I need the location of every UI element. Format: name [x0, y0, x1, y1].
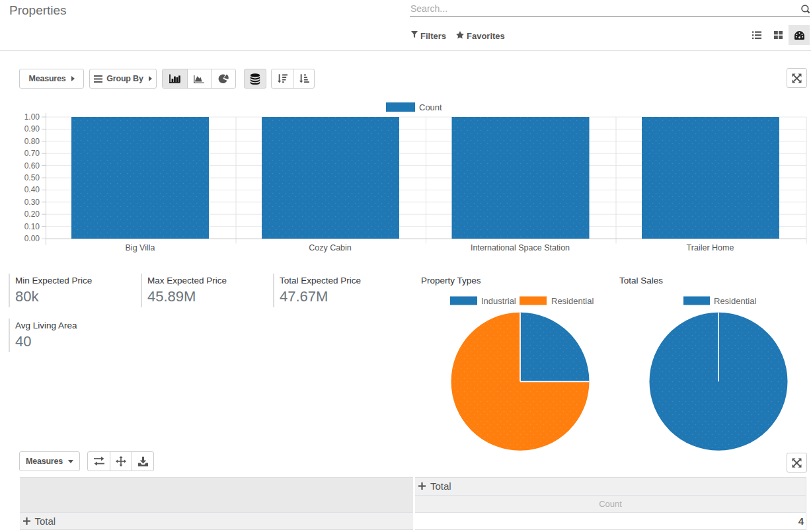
svg-text:0.90: 0.90 [24, 124, 40, 133]
svg-text:Residential: Residential [551, 296, 594, 306]
svg-text:Residential: Residential [714, 296, 756, 306]
svg-text:0.80: 0.80 [24, 137, 40, 146]
svg-text:0.30: 0.30 [24, 198, 40, 207]
svg-text:0.70: 0.70 [24, 149, 40, 158]
svg-text:Trailer Home: Trailer Home [687, 243, 734, 252]
svg-text:Count: Count [419, 102, 442, 112]
svg-text:0.60: 0.60 [24, 161, 40, 171]
svg-text:0.10: 0.10 [24, 222, 40, 231]
svg-text:Industrial: Industrial [481, 296, 516, 306]
svg-text:1.00: 1.00 [24, 112, 40, 122]
svg-text:0.00: 0.00 [24, 234, 40, 243]
svg-text:Big Villa: Big Villa [126, 243, 155, 252]
svg-text:0.50: 0.50 [24, 173, 40, 182]
svg-text:0.40: 0.40 [24, 185, 40, 194]
svg-text:International Space Station: International Space Station [471, 243, 570, 252]
svg-text:0.20: 0.20 [24, 209, 40, 219]
svg-text:Cozy Cabin: Cozy Cabin [309, 243, 352, 252]
